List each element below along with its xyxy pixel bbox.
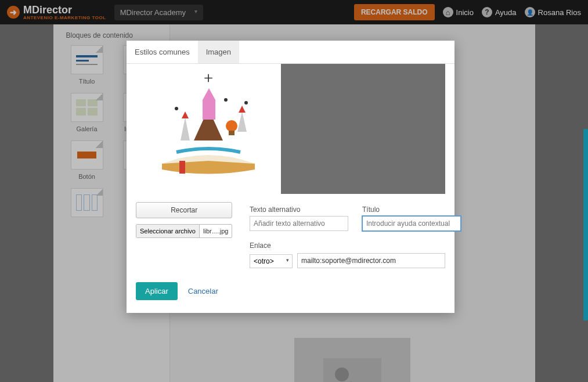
image-preview-empty <box>281 64 445 194</box>
image-preview-area: ＋ <box>136 64 445 194</box>
crop-button[interactable]: Recortar <box>136 202 232 218</box>
svg-point-13 <box>175 107 178 110</box>
uploaded-image-illustration <box>145 77 272 181</box>
svg-marker-11 <box>237 111 247 132</box>
alt-text-label: Texto alternativo <box>250 206 348 214</box>
title-input[interactable] <box>362 216 461 231</box>
modal-tabs: Estilos comunes Imagen <box>127 41 454 64</box>
tab-common-styles[interactable]: Estilos comunes <box>127 41 198 63</box>
apply-button[interactable]: Aplicar <box>136 282 178 300</box>
svg-rect-8 <box>229 131 235 135</box>
svg-marker-6 <box>203 88 215 100</box>
svg-point-14 <box>244 101 248 104</box>
svg-marker-10 <box>182 111 189 118</box>
svg-rect-5 <box>203 100 215 120</box>
file-select-button[interactable]: Seleccionar archivo <box>136 225 200 237</box>
title-label: Título <box>362 206 461 214</box>
file-select-filename: libr….jpg <box>200 225 232 237</box>
file-selector[interactable]: Seleccionar archivo libr….jpg <box>136 224 232 238</box>
image-preview[interactable]: ＋ <box>136 64 281 194</box>
svg-rect-3 <box>179 161 185 174</box>
tab-image[interactable]: Imagen <box>198 41 239 63</box>
image-settings-modal: Estilos comunes Imagen ＋ <box>127 41 454 313</box>
link-label: Enlace <box>250 242 293 250</box>
cancel-link[interactable]: Cancelar <box>188 287 218 295</box>
link-type-value: <otro> <box>254 257 274 265</box>
svg-marker-12 <box>239 106 246 113</box>
plus-icon: ＋ <box>201 70 216 85</box>
alt-text-input[interactable] <box>250 216 348 231</box>
link-type-select[interactable]: <otro> <box>250 254 293 268</box>
svg-marker-9 <box>181 117 190 140</box>
svg-point-7 <box>226 120 237 132</box>
link-url-input[interactable] <box>297 253 445 268</box>
svg-point-15 <box>224 98 228 102</box>
